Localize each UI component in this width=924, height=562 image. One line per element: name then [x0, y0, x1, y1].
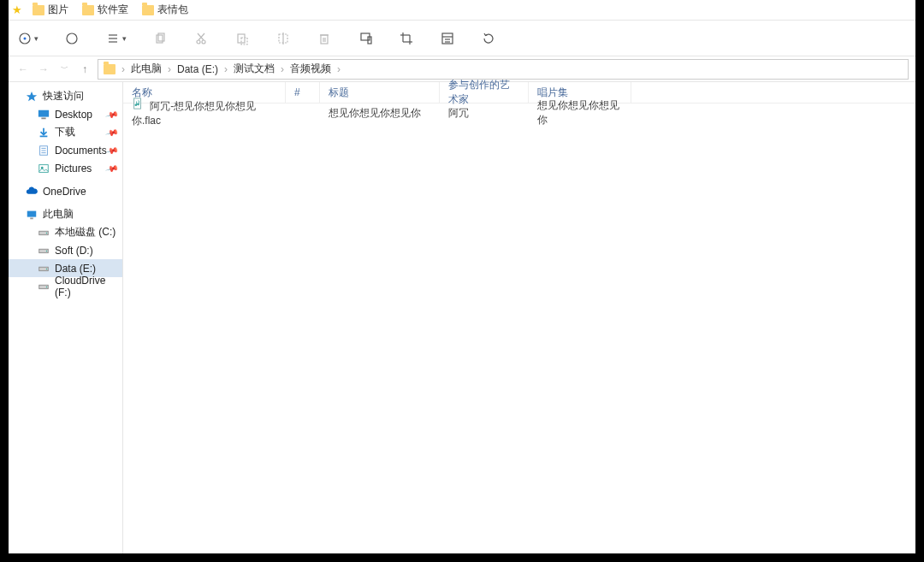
sidebar-item-desktop[interactable]: Desktop 📌 — [9, 105, 122, 123]
svg-rect-7 — [158, 33, 164, 41]
breadcrumb-segment[interactable]: 音频视频 — [290, 62, 331, 76]
chevron-right-icon: › — [337, 63, 341, 75]
svg-marker-30 — [27, 91, 37, 100]
svg-point-2 — [67, 33, 77, 44]
svg-rect-16 — [321, 35, 328, 44]
cell-name: 阿冗-想见你想见你想见你.flac — [123, 98, 286, 128]
document-icon — [38, 145, 50, 157]
recent-locations-button[interactable]: ﹀ — [56, 62, 72, 77]
svg-line-11 — [198, 33, 204, 40]
svg-line-10 — [198, 33, 204, 40]
chevron-right-icon: › — [224, 63, 228, 75]
sidebar-label: Soft (D:) — [55, 245, 93, 257]
star-icon: ★ — [12, 3, 22, 16]
svg-rect-41 — [30, 217, 33, 219]
sidebar-drive[interactable]: CloudDrive (F:) — [9, 277, 122, 295]
pin-icon: 📌 — [105, 108, 119, 121]
pin-button[interactable] — [358, 31, 373, 46]
download-icon — [38, 127, 50, 139]
favorite-item[interactable]: 表情包 — [139, 3, 192, 17]
cloud-icon — [26, 186, 38, 198]
breadcrumb-segment[interactable]: Data (E:) — [177, 63, 218, 75]
pinned-favorites-bar: ★ 图片 软件室 表情包 — [9, 0, 915, 21]
svg-point-9 — [202, 40, 205, 44]
cell-album: 想见你想见你想见你 — [529, 98, 631, 127]
cell-title: 想见你想见你想见你 — [320, 106, 440, 121]
table-row[interactable]: 阿冗-想见你想见你想见你.flac 想见你想见你想见你 阿冗 想见你想见你想见你 — [123, 104, 915, 122]
sidebar-label: 下载 — [55, 125, 75, 139]
sidebar-quick-access[interactable]: 快速访问 — [9, 87, 122, 105]
pin-icon: 📌 — [105, 162, 119, 175]
sidebar-item-pictures[interactable]: Pictures 📌 — [9, 159, 122, 177]
refresh-button[interactable] — [481, 31, 496, 46]
svg-rect-40 — [27, 210, 37, 216]
sidebar-label: Pictures — [55, 163, 92, 175]
svg-rect-31 — [38, 109, 49, 116]
chevron-down-icon[interactable]: ▾ — [122, 34, 127, 43]
chevron-right-icon: › — [121, 63, 125, 75]
sidebar-label: Data (E:) — [55, 263, 96, 275]
circle-button[interactable] — [64, 31, 80, 46]
computer-icon — [26, 209, 38, 221]
folder-icon — [33, 5, 44, 15]
sidebar-item-thispc[interactable]: 此电脑 — [9, 205, 122, 223]
folder-icon — [104, 64, 116, 74]
forward-button[interactable]: → — [36, 62, 51, 77]
pin-icon: 📌 — [105, 126, 119, 139]
audio-file-icon — [132, 98, 144, 109]
cell-artist: 阿冗 — [440, 106, 529, 121]
sidebar-item-documents[interactable]: Documents 📌 — [9, 141, 122, 159]
list-view-button[interactable] — [105, 31, 121, 46]
chevron-down-icon[interactable]: ▾ — [34, 34, 38, 43]
chevron-right-icon: › — [168, 63, 171, 75]
column-header-title[interactable]: 标题 — [320, 82, 440, 103]
svg-rect-6 — [157, 35, 163, 43]
breadcrumb-segment[interactable]: 测试文档 — [234, 62, 275, 76]
sidebar-label: 此电脑 — [43, 207, 74, 222]
sidebar-item-downloads[interactable]: 下载 📌 — [9, 123, 122, 141]
svg-point-43 — [46, 232, 47, 233]
favorite-label: 软件室 — [98, 3, 128, 17]
toolbar: ▾ ▾ — [9, 21, 915, 56]
paste-button[interactable] — [234, 31, 250, 46]
folder-icon — [142, 5, 154, 15]
svg-point-47 — [46, 268, 47, 269]
sidebar-label: Desktop — [55, 109, 92, 121]
favorite-item[interactable]: 软件室 — [79, 3, 132, 17]
drive-icon — [38, 227, 50, 239]
column-header-artist[interactable]: 参与创作的艺术家 — [440, 82, 529, 103]
delete-button[interactable] — [317, 31, 332, 46]
svg-point-1 — [24, 37, 27, 39]
drive-icon — [38, 263, 50, 275]
svg-point-45 — [46, 250, 47, 251]
favorite-label: 表情包 — [157, 3, 188, 17]
svg-point-49 — [46, 286, 47, 287]
address-bar[interactable]: › 此电脑 › Data (E:) › 测试文档 › 音频视频 › — [98, 59, 909, 80]
up-button[interactable]: ↑ — [77, 62, 92, 77]
properties-button[interactable] — [440, 31, 455, 46]
chevron-right-icon: › — [281, 63, 284, 75]
sidebar-drive[interactable]: 本地磁盘 (C:) — [9, 223, 122, 241]
crop-button[interactable] — [399, 31, 414, 46]
folder-icon — [82, 5, 94, 15]
new-item-button[interactable] — [17, 31, 33, 46]
favorite-label: 图片 — [48, 3, 68, 17]
breadcrumb-segment[interactable]: 此电脑 — [131, 62, 162, 76]
back-button[interactable]: ← — [15, 62, 31, 77]
star-icon — [26, 91, 38, 103]
drive-icon — [38, 281, 50, 293]
column-header-number[interactable]: # — [286, 82, 320, 103]
svg-rect-32 — [41, 117, 45, 119]
sidebar-drive[interactable]: Soft (D:) — [9, 241, 122, 259]
file-list: 名称 # 标题 参与创作的艺术家 唱片集 阿冗-想见你想见你想见你.flac 想… — [123, 82, 915, 553]
favorite-item[interactable]: 图片 — [29, 3, 72, 17]
pin-icon: 📌 — [105, 144, 119, 157]
sidebar-item-onedrive[interactable]: OneDrive — [9, 182, 122, 200]
rename-button[interactable] — [275, 31, 291, 46]
pictures-icon — [38, 163, 50, 175]
navigation-tree: 快速访问 Desktop 📌 下载 📌 Documents 📌 — [9, 82, 123, 553]
sidebar-label: 本地磁盘 (C:) — [55, 225, 116, 240]
drive-icon — [38, 245, 50, 257]
cut-button[interactable] — [193, 31, 209, 46]
copy-button[interactable] — [152, 31, 168, 46]
